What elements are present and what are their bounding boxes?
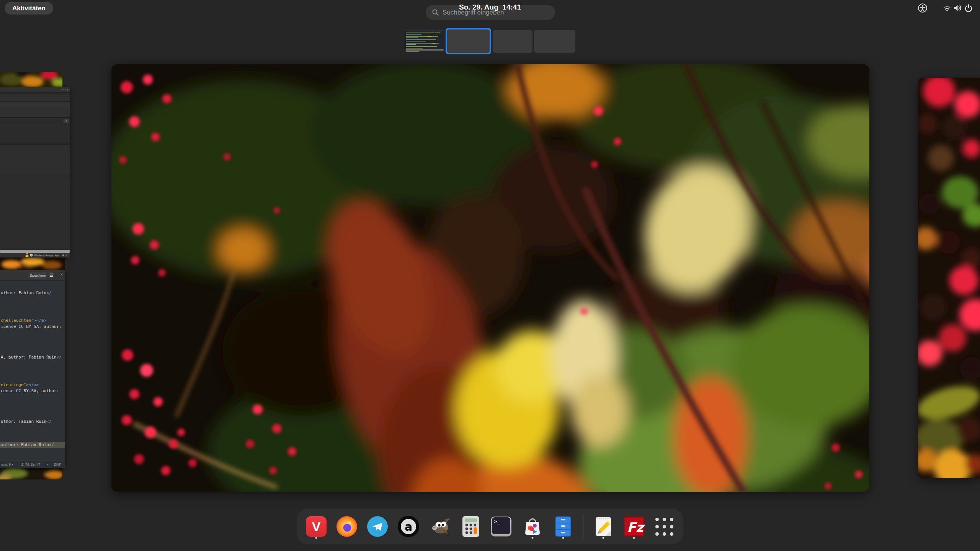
telegram-icon: [367, 516, 388, 537]
tab-width-label[interactable]: reite: 8: [1, 463, 11, 466]
dock-icon-text-editor[interactable]: [593, 514, 613, 539]
filezilla-address-row: ▾: [0, 119, 70, 124]
combo-arrow-icon[interactable]: ▾: [64, 119, 69, 123]
window-preview-image-fragment-top[interactable]: [0, 72, 62, 87]
workspace-thumbnail-4[interactable]: [534, 30, 575, 53]
gimp-wilber-icon: [429, 515, 451, 538]
letter-a-icon: a: [398, 516, 419, 537]
filezilla-icon: Fz: [623, 516, 645, 537]
code-line: cense CC BY-SA, author:: [1, 388, 59, 394]
workspace-1-editor-mini: [405, 30, 444, 53]
running-indicator: [315, 537, 317, 539]
insert-mode-label[interactable]: EINF: [54, 463, 61, 466]
code-line: chelleuchten"></a>: [1, 318, 46, 323]
code-line: A, author: Fabian Ruin</: [1, 354, 62, 360]
filezilla-quickconnect: [0, 107, 70, 118]
workspace-thumbnail-3[interactable]: [493, 30, 532, 53]
code-line: etenringe"></a>: [1, 382, 39, 388]
dash-separator: [583, 515, 584, 538]
hamburger-menu-icon[interactable]: [49, 272, 54, 278]
vivaldi-icon: V: [306, 516, 327, 537]
editor-headerbar: Speichern – ×: [0, 270, 65, 281]
files-icon: [554, 515, 572, 538]
system-status-area[interactable]: [917, 3, 974, 13]
editor-statusbar: reite: 8 ▾ Z. 76, Sp. 47 ▾ EINF: [0, 461, 65, 468]
activities-button[interactable]: Aktivitäten: [5, 2, 53, 15]
running-indicator: [603, 537, 604, 539]
dock-icon-firefox[interactable]: [336, 514, 357, 539]
accessibility-icon[interactable]: [917, 3, 928, 13]
close-icon[interactable]: ×: [66, 88, 68, 92]
top-bar-clock[interactable]: So. 29. Aug 14:41: [459, 3, 521, 11]
filezilla-tree-pane: [0, 146, 70, 176]
status-red-icon: [65, 254, 67, 256]
window-preview-filezilla[interactable]: – × ▾ Warteschlange: leer: [0, 87, 70, 258]
code-line-highlighted: author: Fabian Ruin</: [0, 442, 65, 448]
software-store-icon: [521, 515, 544, 538]
minimize-icon[interactable]: –: [62, 88, 64, 92]
dash-dock: V a: [297, 509, 683, 544]
horizontal-scrollbar[interactable]: [0, 250, 70, 253]
globe-icon: [30, 254, 33, 257]
dock-icon-gimp[interactable]: [429, 514, 451, 539]
code-line: uthor: Fabian Ruin</: [1, 290, 51, 296]
running-indicator: [633, 537, 635, 539]
filezilla-statusbar: Warteschlange: leer: [0, 253, 70, 258]
cursor-position-label[interactable]: Z. 76, Sp. 47: [21, 463, 40, 466]
dock-icon-terminal[interactable]: >_: [491, 514, 511, 539]
queue-status-text: Warteschlange: leer: [34, 254, 59, 257]
caret-icon: ▾: [12, 463, 13, 466]
window-preview-image-fragment-mid[interactable]: [0, 258, 65, 270]
filezilla-toolbar: [0, 97, 70, 101]
autumn-leaves-artwork: [111, 64, 869, 492]
volume-icon[interactable]: [952, 3, 963, 13]
window-preview-image-fragment-bottom[interactable]: [0, 468, 62, 479]
running-indicator: [531, 537, 533, 539]
workspace-thumbnail-2-active[interactable]: [446, 28, 491, 54]
running-indicator: [562, 537, 564, 539]
dock-icon-telegram[interactable]: [367, 514, 388, 539]
code-line: icense CC BY-SA, author:: [1, 324, 62, 329]
dock-icon-app-a[interactable]: a: [398, 514, 419, 539]
app-grid-icon: [655, 518, 673, 536]
workspace-thumbnail-1[interactable]: [405, 30, 444, 53]
filezilla-quickbar: [0, 101, 70, 107]
lock-icon: [25, 253, 29, 257]
wifi-icon[interactable]: [942, 3, 952, 13]
caret-icon: ▾: [47, 463, 48, 466]
minimize-icon[interactable]: –: [54, 272, 57, 277]
filezilla-titlebar: – ×: [0, 87, 70, 92]
terminal-icon: >_: [491, 517, 511, 536]
dock-icon-software[interactable]: [521, 514, 544, 539]
svg-text:Fz: Fz: [627, 520, 645, 535]
calculator-icon: [462, 515, 480, 538]
window-preview-text-editor[interactable]: Speichern – × uthor: Fabian Ruin</ chell…: [0, 270, 65, 468]
firefox-icon: [336, 516, 357, 537]
save-button[interactable]: Speichern: [29, 272, 47, 279]
show-apps-button[interactable]: [655, 514, 674, 539]
gnome-activities-overview: Aktivitäten: [0, 0, 980, 551]
filezilla-message-log: [0, 124, 70, 145]
dock-icon-filezilla[interactable]: Fz: [623, 514, 645, 539]
code-line: uthor: Fabian Ruin</: [1, 419, 51, 424]
power-icon[interactable]: [963, 3, 974, 13]
dock-icon-vivaldi[interactable]: V: [306, 514, 327, 539]
search-icon: [432, 9, 439, 16]
filezilla-file-list: [0, 177, 70, 250]
filezilla-menubar: [0, 92, 70, 97]
window-preview-image-viewer[interactable]: [111, 64, 869, 492]
close-icon[interactable]: ×: [60, 272, 63, 277]
dock-icon-calculator[interactable]: [461, 514, 481, 539]
window-preview-image-fragment-right[interactable]: [918, 78, 980, 478]
text-editor-icon: [593, 515, 613, 538]
dock-icon-files[interactable]: [554, 514, 573, 539]
status-green-icon: [62, 254, 64, 256]
